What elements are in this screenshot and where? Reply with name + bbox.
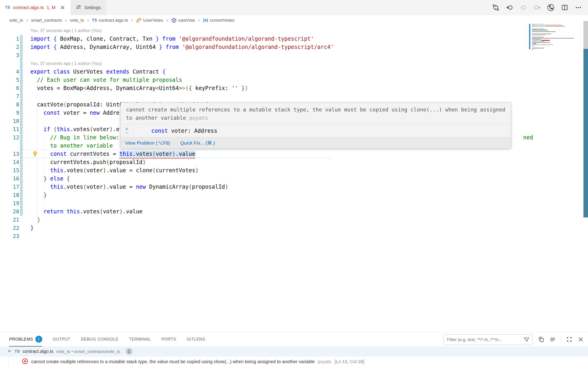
code-row[interactable]: 20 return this.votes(voter).value	[0, 207, 588, 216]
view-problem-link[interactable]: View Problem (⌥F8)	[125, 140, 170, 146]
maximize-panel-icon[interactable]	[566, 336, 572, 343]
breadcrumb-item-vote_ts[interactable]: vote_ts	[9, 18, 23, 23]
breadcrumb-item-contract.algo.ts[interactable]: TScontract.algo.ts	[92, 18, 128, 23]
code-row[interactable]: 2import { Address, DynamicArray, Uint64 …	[0, 43, 588, 51]
next-change-disabled-icon[interactable]	[533, 4, 541, 11]
gutter-modified-indicator	[20, 35, 22, 43]
panel-tab-output[interactable]: OUTPUT	[53, 332, 70, 346]
hover-zoom-out-button[interactable]: −	[125, 131, 128, 135]
token	[47, 176, 50, 182]
line-number[interactable]: 8	[0, 100, 19, 109]
line-number[interactable]: 22	[0, 224, 19, 232]
breadcrumb-item-castVote[interactable]: castVote	[171, 18, 195, 23]
line-number[interactable]: 11	[0, 125, 19, 134]
copy-icon[interactable]	[538, 336, 545, 343]
minimap-line	[532, 30, 578, 31]
line-number[interactable]: 14	[0, 158, 19, 166]
token: }	[156, 36, 159, 42]
tab-contract-algo-ts[interactable]: TS contract.algo.ts 1, M	[0, 0, 70, 15]
breadcrumb-item-vote_ts[interactable]: vote_ts	[70, 18, 84, 23]
close-tab-icon[interactable]	[60, 4, 65, 10]
code-row[interactable]: 13 const currentVotes = this.votes(voter…	[0, 150, 588, 158]
token: }	[30, 225, 34, 231]
code-row[interactable]: 1import { BoxMap, clone, Contract, Txn }…	[0, 35, 588, 43]
split-editor-icon[interactable]	[561, 4, 568, 11]
line-number[interactable]: 6	[0, 84, 19, 92]
quick-fix-link[interactable]: Quick Fix... (⌘.)	[180, 140, 215, 146]
token: currentVotes	[156, 167, 195, 174]
more-actions-icon[interactable]	[575, 4, 582, 11]
panel-tab-debug-console[interactable]: DEBUG CONSOLE	[81, 332, 119, 346]
line-number[interactable]: 21	[0, 216, 19, 224]
line-number[interactable]: 3	[0, 51, 19, 59]
code-row[interactable]: 6 votes = BoxMap<Address, DynamicArray<U…	[0, 84, 588, 92]
minimap-line	[532, 31, 578, 32]
line-number[interactable]: 2	[0, 43, 19, 51]
line-number[interactable]: 4	[0, 67, 19, 76]
problems-file-row[interactable]: TS contract.algo.ts vote_ts • smart_cont…	[0, 346, 588, 357]
token	[30, 126, 43, 133]
hover-zoom-controls: + −	[121, 125, 133, 137]
code-row[interactable]: 22}	[0, 224, 588, 232]
view-as-list-icon[interactable]	[549, 336, 556, 343]
line-number[interactable]: 17	[0, 183, 19, 191]
breadcrumb-item-smart_contracts[interactable]: smart_contracts	[31, 18, 62, 23]
breadcrumb-item-currentVotes[interactable]: currentVotes	[203, 18, 234, 23]
line-number[interactable]: 12	[0, 134, 19, 142]
code-row[interactable]: 15 this.votes(voter).value = clone(curre…	[0, 166, 588, 175]
code-row[interactable]: 23	[0, 232, 588, 240]
line-number[interactable]: 5	[0, 76, 19, 84]
scrollbar-thumb[interactable]	[584, 21, 588, 49]
line-number[interactable]: 23	[0, 232, 19, 240]
token: voter	[156, 151, 172, 157]
panel-tab-ports[interactable]: PORTS	[161, 332, 176, 346]
panel-tab-gitlens[interactable]: GITLENS	[187, 332, 205, 346]
token: .votes	[80, 208, 100, 215]
code-row[interactable]: 7	[0, 92, 588, 100]
code-row[interactable]: 5 // Each user can vote for multiple pro…	[0, 76, 588, 84]
code-row[interactable]: 16 } else {	[0, 175, 588, 183]
line-number[interactable]: 18	[0, 191, 19, 199]
breadcrumb-item-UserVotes[interactable]: UserVotes	[136, 18, 163, 23]
previous-change-disabled-icon[interactable]	[520, 4, 527, 11]
chevron-down-icon[interactable]	[7, 348, 12, 355]
line-number[interactable]: 20	[0, 207, 19, 216]
code-row[interactable]: 4export class UserVotes extends Contract…	[0, 67, 588, 76]
token: UserVotes	[70, 68, 106, 75]
code-row[interactable]: 19	[0, 199, 588, 207]
code-row[interactable]: 17 this.votes(voter).value = new Dynamic…	[0, 183, 588, 191]
panel-tab-terminal[interactable]: TERMINAL	[129, 332, 151, 346]
error-message: cannot create multiple references to a m…	[121, 103, 511, 124]
minimap[interactable]	[529, 23, 578, 57]
close-panel-icon[interactable]	[578, 336, 584, 343]
compare-changes-icon[interactable]	[492, 4, 500, 11]
breadcrumb-label: vote_ts	[70, 18, 84, 23]
previous-change-nav-icon[interactable]	[506, 4, 513, 11]
token	[50, 68, 53, 75]
token: return	[43, 208, 63, 215]
problem-message: cannot create multiple references to a m…	[31, 359, 315, 364]
blame-row[interactable]: You, 37 seconds ago | 1 author (You)	[0, 26, 588, 35]
line-number[interactable]: 16	[0, 175, 19, 183]
code-row[interactable]: 18 }	[0, 191, 588, 199]
line-number[interactable]: 13	[0, 150, 19, 158]
panel-tab-problems[interactable]: PROBLEMS1	[9, 332, 42, 346]
code-row[interactable]: 14 currentVotes.push(proposalId)	[0, 158, 588, 166]
line-number[interactable]: 7	[0, 92, 19, 100]
code-row[interactable]: 21 }	[0, 216, 588, 224]
blame-row[interactable]: You, 37 seconds ago | 1 author (You)	[0, 59, 588, 67]
line-number[interactable]: 1	[0, 35, 19, 43]
token: extends	[106, 68, 129, 75]
token: }	[159, 44, 162, 50]
breadcrumb-separator-icon	[25, 19, 29, 22]
filter-icon[interactable]	[524, 337, 532, 343]
line-number[interactable]: 9	[0, 109, 19, 117]
line-number[interactable]: 15	[0, 166, 19, 175]
line-number[interactable]: 19	[0, 199, 19, 207]
problems-filter-input[interactable]	[444, 337, 524, 342]
problem-row[interactable]: cannot create multiple references to a m…	[0, 357, 588, 367]
code-row[interactable]: 3	[0, 51, 588, 59]
line-number[interactable]: 10	[0, 117, 19, 125]
tab-settings[interactable]: Settings	[70, 0, 106, 15]
open-changes-icon[interactable]	[547, 4, 555, 11]
